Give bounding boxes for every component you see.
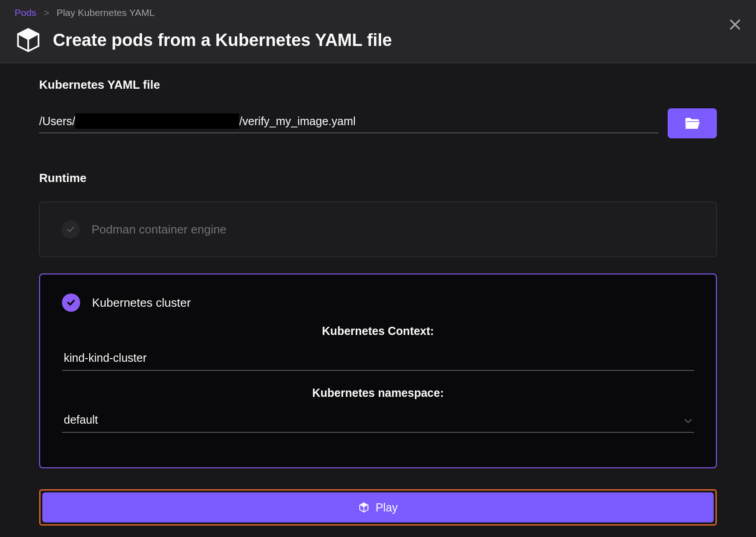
breadcrumb: Pods > Play Kubernetes YAML <box>15 7 741 18</box>
yaml-file-input[interactable]: /Users//verify_my_image.yaml <box>39 113 659 133</box>
cube-icon <box>358 502 369 513</box>
play-button-label: Play <box>376 501 398 514</box>
k8s-context-value: kind-kind-cluster <box>64 351 147 365</box>
runtime-label: Runtime <box>39 171 717 185</box>
play-button[interactable]: Play <box>42 492 714 522</box>
title-row: Create pods from a Kubernetes YAML file <box>15 26 741 54</box>
header-bar: Pods > Play Kubernetes YAML Create pods … <box>0 0 756 63</box>
breadcrumb-separator: > <box>44 7 49 18</box>
check-icon <box>66 298 76 308</box>
svg-marker-1 <box>19 29 37 40</box>
k8s-context-label: Kubernetes Context: <box>62 324 694 338</box>
k8s-namespace-value: default <box>64 413 98 426</box>
podman-option-label: Podman container engine <box>92 223 226 237</box>
radio-podman[interactable] <box>61 220 80 238</box>
breadcrumb-pods-link[interactable]: Pods <box>15 7 36 18</box>
kubernetes-sub-fields: Kubernetes Context: kind-kind-cluster Ku… <box>62 324 694 433</box>
folder-open-icon <box>684 117 700 130</box>
runtime-option-kubernetes[interactable]: Kubernetes cluster Kubernetes Context: k… <box>39 274 717 468</box>
browse-button[interactable] <box>668 108 717 138</box>
yaml-file-label: Kubernetes YAML file <box>39 78 717 92</box>
yaml-file-row: /Users//verify_my_image.yaml <box>39 108 717 138</box>
radio-kubernetes[interactable] <box>62 294 80 312</box>
chevron-down-icon <box>684 413 692 426</box>
yaml-path-suffix: /verify_my_image.yaml <box>239 115 356 128</box>
close-icon <box>729 18 741 31</box>
runtime-option-podman[interactable]: Podman container engine <box>39 202 717 257</box>
k8s-context-input[interactable]: kind-kind-cluster <box>62 348 694 371</box>
yaml-path-prefix: /Users/ <box>39 115 75 128</box>
breadcrumb-current: Play Kubernetes YAML <box>56 7 154 18</box>
runtime-section: Runtime Podman container engine Kubernet… <box>39 171 717 526</box>
page-title: Create pods from a Kubernetes YAML file <box>53 30 392 50</box>
check-icon <box>66 224 76 234</box>
cube-icon <box>15 26 42 54</box>
play-button-highlight: Play <box>39 489 717 526</box>
svg-marker-6 <box>360 503 368 507</box>
k8s-namespace-select[interactable]: default <box>62 410 694 433</box>
k8s-namespace-label: Kubernetes namespace: <box>62 386 694 400</box>
yaml-path-redacted <box>75 113 239 129</box>
close-button[interactable] <box>729 18 741 31</box>
content-area: Kubernetes YAML file /Users//verify_my_i… <box>0 63 756 537</box>
kubernetes-option-label: Kubernetes cluster <box>92 296 191 310</box>
